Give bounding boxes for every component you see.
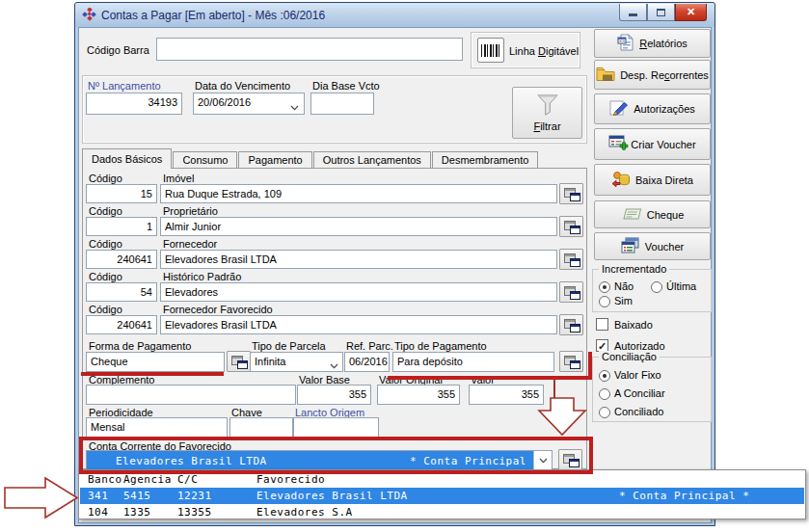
tab-outros-lancamentos[interactable]: Outros Lançamentos bbox=[313, 151, 431, 169]
proprietario-label: Proprietário bbox=[163, 205, 218, 217]
cheque-button[interactable]: Cheque bbox=[594, 200, 711, 228]
linha-digitavel-panel: Linha Digitável bbox=[471, 32, 580, 68]
fornecedor-label: Fornecedor bbox=[163, 238, 217, 250]
ref-parc-input[interactable]: 06/2016 bbox=[344, 352, 390, 372]
lookup-icon bbox=[564, 356, 580, 368]
chevron-down-icon[interactable] bbox=[290, 101, 299, 113]
coins-arrow-icon bbox=[611, 171, 631, 190]
dia-base-input[interactable] bbox=[310, 93, 374, 115]
barcode-icon bbox=[481, 44, 500, 57]
annotation-vertical-bar bbox=[588, 352, 592, 380]
baixado-checkbox[interactable] bbox=[596, 318, 608, 331]
baixa-direta-button[interactable]: Baixa Direta bbox=[594, 164, 711, 196]
radio-a-conciliar-label: A Conciliar bbox=[614, 387, 665, 399]
window-plus-icon bbox=[608, 135, 629, 153]
favorecido-input[interactable]: Elevadores Brasil LTDA bbox=[160, 315, 557, 334]
imovel-input[interactable]: Rua Duque Estrada, 109 bbox=[160, 184, 557, 203]
radio-nao[interactable] bbox=[599, 281, 610, 293]
radio-conciliado[interactable] bbox=[599, 407, 610, 418]
tipo-parcela-select[interactable]: Infinita bbox=[250, 352, 343, 372]
codigo-label: Código bbox=[89, 205, 122, 217]
periodicidade-input[interactable]: Mensal bbox=[86, 417, 228, 438]
fornecedor-code-input[interactable]: 240641 bbox=[86, 250, 157, 269]
accounts-dropdown-panel: Banco Agencia C/C Favorecido 341 5415 12… bbox=[78, 469, 806, 519]
valor-base-input[interactable]: 355 bbox=[297, 385, 371, 405]
voucher-button[interactable]: Voucher bbox=[594, 232, 711, 260]
fornecedor-input[interactable]: Elevadores Brasil LTDA bbox=[160, 250, 557, 269]
cell-agencia: 1335 bbox=[123, 506, 151, 519]
proprietario-lookup-button[interactable] bbox=[559, 216, 583, 237]
imovel-lookup-button[interactable] bbox=[559, 183, 583, 204]
tab-strip: Dados Básicos Consumo Pagamento Outros L… bbox=[82, 148, 539, 169]
incrementado-group: Incrementado Não Última Sim bbox=[592, 269, 712, 312]
dia-base-label: Dia Base Vcto bbox=[312, 80, 380, 92]
cheque-label: Cheque bbox=[647, 209, 685, 221]
filtrar-label: Filtrar bbox=[533, 120, 560, 132]
cell-agencia: 5415 bbox=[123, 490, 151, 502]
radio-ultima[interactable] bbox=[651, 281, 662, 293]
chevron-down-icon[interactable] bbox=[330, 359, 338, 371]
tipo-pagamento-input[interactable]: Para depósito bbox=[392, 352, 554, 372]
lookup-icon bbox=[564, 286, 580, 299]
maximize-button[interactable] bbox=[647, 4, 675, 21]
fornecedor-lookup-button[interactable] bbox=[559, 249, 583, 270]
favorecido-code-input[interactable]: 240641 bbox=[86, 315, 157, 334]
codigo-label: Código bbox=[89, 238, 122, 250]
tipo-pagamento-lookup-button[interactable] bbox=[559, 351, 583, 372]
tab-dados-basicos[interactable]: Dados Básicos bbox=[82, 148, 172, 169]
linha-digitavel-button[interactable] bbox=[477, 38, 504, 63]
linha-digitavel-label: Linha Digitável bbox=[509, 45, 579, 57]
app-icon bbox=[82, 8, 96, 23]
autorizacoes-button[interactable]: Autorizações bbox=[594, 93, 711, 124]
header-agencia: Agencia bbox=[123, 473, 172, 486]
relatorios-button[interactable]: Relatórios bbox=[594, 29, 711, 58]
radio-a-conciliar[interactable] bbox=[599, 388, 610, 400]
tab-pagamento[interactable]: Pagamento bbox=[238, 151, 311, 169]
criar-voucher-button[interactable]: Criar Voucher bbox=[594, 128, 711, 160]
proprietario-code-input[interactable]: 1 bbox=[86, 217, 157, 236]
ref-parc-label: Ref. Parc. bbox=[346, 340, 393, 352]
proprietario-input[interactable]: Almir Junior bbox=[160, 217, 557, 236]
tipo-parcela-label: Tipo de Parcela bbox=[252, 340, 326, 352]
imovel-label: Imóvel bbox=[163, 173, 194, 184]
data-vencimento-select[interactable]: 20/06/2016 bbox=[193, 93, 305, 115]
forma-pagamento-lookup-button[interactable] bbox=[227, 351, 251, 372]
account-row[interactable]: 104 1335 13355 Elevadores S.A bbox=[80, 504, 804, 520]
favorecido-lookup-button[interactable] bbox=[559, 314, 583, 335]
screen: Contas a Pagar [Em aberto] - Mês :06/201… bbox=[0, 0, 809, 532]
n-lancamento-input[interactable]: 34193 bbox=[86, 93, 182, 115]
criar-voucher-label: Criar Voucher bbox=[631, 139, 695, 150]
lookup-icon bbox=[564, 188, 580, 200]
complemento-input[interactable] bbox=[86, 385, 296, 405]
lookup-icon bbox=[564, 253, 580, 266]
account-row-selected[interactable]: 341 5415 12231 Elevadores Brasil LTDA * … bbox=[80, 488, 804, 504]
autorizacoes-label: Autorizações bbox=[634, 103, 695, 115]
radio-valor-fixo[interactable] bbox=[599, 370, 610, 382]
tab-consumo[interactable]: Consumo bbox=[173, 151, 237, 169]
valor-input[interactable]: 355 bbox=[469, 385, 544, 405]
lookup-icon bbox=[564, 221, 580, 233]
forma-pagamento-input[interactable]: Cheque bbox=[86, 352, 225, 372]
window-controls: ✕ bbox=[619, 4, 707, 21]
radio-ultima-label: Última bbox=[666, 280, 696, 292]
historico-input[interactable]: Elevadores bbox=[160, 282, 557, 302]
filter-panel: Nº Lançamento 34193 Data do Vencimento 2… bbox=[82, 75, 587, 144]
valor-original-input[interactable]: 355 bbox=[377, 385, 460, 405]
relatorios-label: Relatórios bbox=[639, 38, 688, 49]
radio-sim[interactable] bbox=[599, 296, 610, 307]
desp-recorrentes-button[interactable]: Desp. Recorrentes bbox=[594, 60, 711, 90]
tab-desmembramento[interactable]: Desmembramento bbox=[432, 151, 538, 169]
imovel-code-input[interactable]: 15 bbox=[86, 184, 157, 203]
close-button[interactable]: ✕ bbox=[675, 4, 707, 21]
n-lancamento-label[interactable]: Nº Lançamento bbox=[88, 80, 161, 92]
historico-code-input[interactable]: 54 bbox=[86, 282, 157, 302]
historico-lookup-button[interactable] bbox=[559, 281, 583, 303]
codigo-barra-input[interactable] bbox=[156, 38, 463, 61]
cell-cc: 13355 bbox=[177, 506, 212, 519]
lancto-origem-input[interactable] bbox=[293, 417, 379, 438]
titlebar[interactable]: Contas a Pagar [Em aberto] - Mês :06/201… bbox=[75, 3, 715, 27]
filtrar-button[interactable]: Filtrar bbox=[512, 87, 582, 139]
minimize-button[interactable] bbox=[619, 4, 647, 21]
chave-input[interactable] bbox=[229, 417, 293, 438]
fornecedor-favorecido-label: Fornecedor Favorecido bbox=[163, 304, 273, 315]
